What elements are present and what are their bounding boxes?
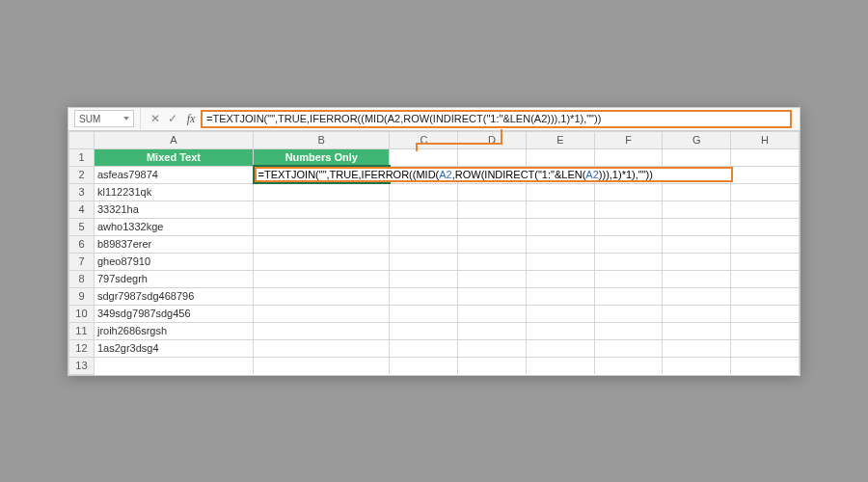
row-header[interactable]: 7 [69,253,95,270]
cell[interactable] [526,235,594,253]
cell[interactable] [594,322,663,339]
row-header[interactable]: 8 [69,270,95,287]
header-numbers-only[interactable]: Numbers Only [254,148,390,166]
row-header[interactable]: 9 [69,287,95,305]
cell[interactable] [731,166,800,183]
cell[interactable] [526,270,594,287]
cell[interactable] [254,322,390,339]
cell[interactable] [663,305,731,322]
cell[interactable]: 349sdg7987sdg456 [94,305,253,322]
cell[interactable]: kl112231qk [94,183,253,201]
cell[interactable] [594,270,663,287]
cell[interactable]: 1as2gr3dsg4 [94,339,253,357]
cell[interactable] [663,148,731,166]
name-box[interactable]: SUM [74,110,134,127]
cell[interactable] [731,218,800,235]
cell[interactable] [254,305,390,322]
cancel-icon[interactable]: ✕ [147,110,164,127]
cell[interactable] [390,218,458,235]
header-mixed-text[interactable]: Mixed Text [94,148,253,166]
cell[interactable] [663,270,731,287]
col-header-E[interactable]: E [526,131,594,148]
col-header-B[interactable]: B [254,131,390,148]
cell[interactable] [594,357,663,374]
cell[interactable] [526,253,594,270]
col-header-C[interactable]: C [390,131,458,148]
cell[interactable] [526,287,594,305]
cell[interactable] [663,201,731,218]
cell[interactable]: 33321ha [94,201,253,218]
cell[interactable] [390,201,458,218]
cell[interactable] [94,357,253,374]
cell[interactable] [390,183,458,201]
cell[interactable] [458,218,527,235]
cell[interactable] [731,270,800,287]
cell[interactable] [458,235,527,253]
cell[interactable] [731,253,800,270]
cell[interactable] [254,235,390,253]
cell[interactable] [663,218,731,235]
cell[interactable] [254,357,390,374]
cell[interactable]: sdgr7987sdg468796 [94,287,253,305]
cell-B2-active[interactable]: =TEXTJOIN("",TRUE,IFERROR((MID(A2,ROW(IN… [254,166,390,183]
cell[interactable] [731,305,800,322]
row-header[interactable]: 11 [69,322,95,339]
cell[interactable] [731,235,800,253]
cell[interactable] [526,218,594,235]
cell[interactable] [526,305,594,322]
cell[interactable] [594,183,663,201]
row-header[interactable]: 3 [69,183,95,201]
col-header-G[interactable]: G [663,131,731,148]
cell[interactable] [458,339,527,357]
cell[interactable] [663,322,731,339]
cell[interactable] [254,287,390,305]
cell[interactable] [390,148,458,166]
cell[interactable] [663,253,731,270]
formula-input[interactable]: =TEXTJOIN("",TRUE,IFERROR((MID(A2,ROW(IN… [201,110,792,128]
cell[interactable] [731,287,800,305]
cell[interactable] [594,218,663,235]
cell[interactable] [254,201,390,218]
cell[interactable]: b89837erer [94,235,253,253]
cell[interactable] [458,270,527,287]
cell[interactable] [254,218,390,235]
cell[interactable] [458,322,527,339]
row-header[interactable]: 5 [69,218,95,235]
cell[interactable] [254,270,390,287]
col-header-A[interactable]: A [94,131,253,148]
row-header[interactable]: 4 [69,201,95,218]
cell[interactable] [594,253,663,270]
cell[interactable] [254,253,390,270]
cell[interactable] [526,201,594,218]
row-header[interactable]: 12 [69,339,95,357]
cell[interactable] [594,287,663,305]
cell[interactable] [390,235,458,253]
fx-icon[interactable]: fx [181,112,201,126]
enter-icon[interactable]: ✓ [164,110,181,127]
cell-A2[interactable]: asfeas79874 [94,166,253,183]
cell[interactable] [663,287,731,305]
cell[interactable] [526,322,594,339]
cell[interactable] [663,183,731,201]
row-header[interactable]: 1 [69,148,95,166]
cell[interactable] [458,305,527,322]
row-header[interactable]: 6 [69,235,95,253]
col-header-D[interactable]: D [458,131,527,148]
cell[interactable] [594,148,663,166]
cell[interactable] [458,183,527,201]
cell[interactable] [594,201,663,218]
cell[interactable] [458,357,527,374]
cell[interactable] [390,287,458,305]
cell[interactable]: awho1332kge [94,218,253,235]
cell[interactable] [458,201,527,218]
cell[interactable] [594,339,663,357]
cell[interactable] [254,339,390,357]
cell[interactable] [731,148,800,166]
cell[interactable] [594,305,663,322]
cell[interactable]: 797sdegrh [94,270,253,287]
cell[interactable] [390,253,458,270]
select-all-corner[interactable] [69,131,95,148]
cell[interactable]: gheo87910 [94,253,253,270]
row-header[interactable]: 2 [69,166,95,183]
row-header[interactable]: 10 [69,305,95,322]
